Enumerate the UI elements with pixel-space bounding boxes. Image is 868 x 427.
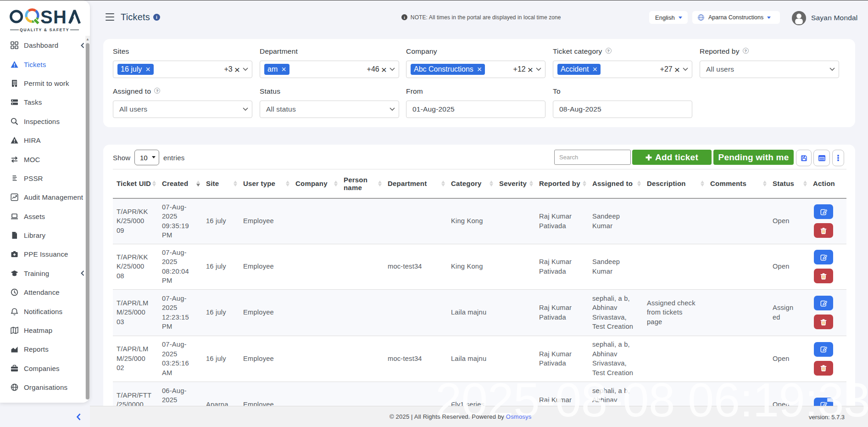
svg-text:i: i [156,15,157,20]
svg-text:H: H [53,7,67,27]
svg-text:S: S [40,7,53,27]
svg-text:QUALITY & SAFETY: QUALITY & SAFETY [20,28,69,32]
svg-text:i: i [404,15,405,20]
